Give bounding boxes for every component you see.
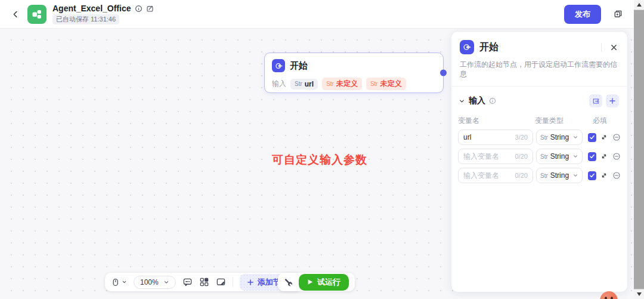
start-node-title: 开始 <box>290 60 308 72</box>
canvas-toolbar: 100% 添加节点 <box>105 273 302 291</box>
wrench-icon[interactable] <box>284 278 293 287</box>
panel-description: 工作流的起始节点，用于设定启动工作流需要的信息 <box>451 54 627 87</box>
node-param-tag[interactable]: Str url <box>290 79 318 90</box>
char-counter: 0/20 <box>515 153 528 160</box>
run-toolbar: 试运行 <box>278 273 355 291</box>
autosave-badge: 已自动保存 11:31:46 <box>52 14 119 24</box>
start-node-icon <box>272 59 285 72</box>
check-icon <box>589 153 595 159</box>
cursor-mode-dropdown[interactable] <box>111 278 127 287</box>
remove-row-icon[interactable] <box>612 151 621 162</box>
variable-type-select[interactable]: Str String <box>536 130 583 145</box>
chevron-down-icon <box>572 134 578 140</box>
test-run-button[interactable]: 试运行 <box>299 274 349 291</box>
workflow-app-icon <box>27 5 47 24</box>
close-icon[interactable] <box>607 41 620 54</box>
node-input-label: 输入 <box>272 79 286 89</box>
variable-name-input[interactable] <box>463 152 513 161</box>
divider <box>233 278 233 287</box>
params-table-header: 变量名 变量类型 必填 <box>458 116 619 126</box>
remove-row-icon[interactable] <box>612 170 621 181</box>
start-node[interactable]: 开始 输入 Str url Str 未定义 Str 未定义 <box>264 53 444 93</box>
comment-icon[interactable] <box>182 277 193 287</box>
title-block: Agent_Excel_Office 已自动保存 11:31:46 <box>52 4 154 24</box>
expand-icon[interactable] <box>599 170 609 181</box>
chevron-down-icon <box>572 153 578 159</box>
plus-icon <box>247 279 254 286</box>
variable-name-input[interactable] <box>463 171 513 180</box>
required-checkbox[interactable] <box>588 152 596 161</box>
publish-button[interactable]: 发布 <box>564 5 601 24</box>
page-scrollbar[interactable] <box>634 0 644 299</box>
canvas-annotation: 可自定义输入参数 <box>272 152 367 168</box>
param-row: 0/20 Str String <box>458 149 621 164</box>
scroll-up-arrow[interactable] <box>634 0 644 10</box>
plus-icon <box>609 97 616 104</box>
variable-name-field[interactable]: 3/20 <box>458 130 533 145</box>
import-params-button[interactable] <box>589 94 602 107</box>
zoom-control[interactable]: 100% <box>134 276 176 289</box>
node-output-port[interactable] <box>440 70 447 76</box>
required-checkbox[interactable] <box>588 171 596 180</box>
edit-icon[interactable] <box>146 5 154 13</box>
variable-name-field[interactable]: 0/20 <box>458 149 533 164</box>
variable-type-select[interactable]: Str String <box>536 168 583 183</box>
chevron-down-icon <box>572 172 578 178</box>
play-icon <box>307 279 313 285</box>
whiteboard-icon[interactable] <box>216 277 226 287</box>
required-checkbox[interactable] <box>588 133 596 142</box>
start-node-icon <box>460 40 474 54</box>
variable-name-field[interactable]: 0/20 <box>458 168 533 183</box>
node-config-panel: 开始 工作流的起始节点，用于设定启动工作流需要的信息 输入 变量名 变量类型 必… <box>451 31 628 292</box>
info-icon[interactable] <box>135 5 143 13</box>
param-row: 3/20 Str String <box>458 130 621 145</box>
topbar: Agent_Excel_Office 已自动保存 11:31:46 发布 <box>0 0 644 29</box>
variable-name-input[interactable] <box>463 133 513 141</box>
info-icon[interactable] <box>489 97 496 104</box>
scroll-down-arrow[interactable] <box>634 289 644 299</box>
variable-type-select[interactable]: Str String <box>536 149 583 164</box>
layout-blocks-icon[interactable] <box>199 277 209 287</box>
page-title: Agent_Excel_Office <box>52 4 131 13</box>
input-section-title: 输入 <box>469 95 485 106</box>
char-counter: 0/20 <box>515 172 528 179</box>
char-counter: 3/20 <box>515 134 528 141</box>
check-icon <box>589 134 595 140</box>
chevron-down-icon <box>163 279 169 285</box>
param-row: 0/20 Str String <box>458 168 621 183</box>
duplicate-window-icon[interactable] <box>609 6 626 23</box>
expand-icon[interactable] <box>599 132 609 143</box>
add-param-button[interactable] <box>606 94 619 107</box>
scrollbar-thumb[interactable] <box>634 10 644 289</box>
node-param-tag-undefined[interactable]: Str 未定义 <box>366 78 406 90</box>
node-param-tag-undefined[interactable]: Str 未定义 <box>322 78 362 90</box>
divider <box>601 43 602 52</box>
check-icon <box>589 172 595 178</box>
zoom-level: 100% <box>140 278 159 286</box>
chevron-down-icon[interactable] <box>459 98 465 104</box>
panel-title: 开始 <box>479 41 596 54</box>
expand-icon[interactable] <box>599 151 609 162</box>
back-icon[interactable] <box>8 7 23 21</box>
chevron-down-icon <box>122 279 127 285</box>
remove-row-icon[interactable] <box>612 132 621 143</box>
